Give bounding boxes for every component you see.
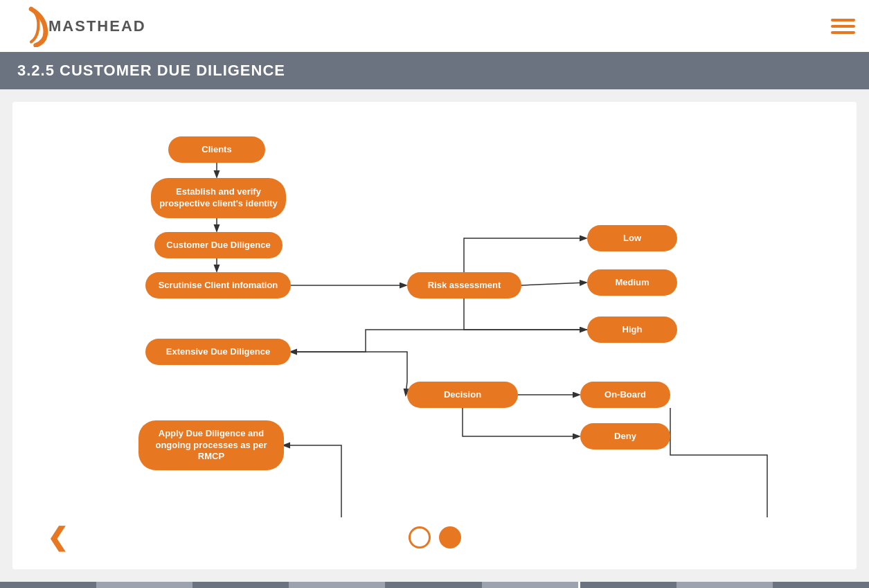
deny-label: Deny [614,431,636,443]
high-label: High [622,324,643,336]
page-title: 3.2.5 CUSTOMER DUE DILIGENCE [0,52,869,89]
svg-line-4 [521,283,586,285]
dot-1[interactable] [409,526,431,549]
bar-seg-8 [677,582,773,588]
low-label: Low [623,233,641,244]
dot-2[interactable] [439,526,461,549]
bottom-color-bar [0,582,869,588]
apply-label: Apply Due Diligence and ongoing processe… [147,428,276,463]
logo-area: MASTHEAD [14,6,146,47]
pagination-dots [409,526,461,549]
node-clients: Clients [168,136,265,163]
establish-label: Establish and verify prospective client'… [159,186,278,210]
bar-seg-6 [482,582,578,588]
node-onboard: On-Board [580,382,670,408]
node-customer-due-diligence: Customer Due Diligence [154,232,283,258]
node-scrutinise: Scrutinise Client infomation [145,272,291,299]
bar-seg-2 [96,582,192,588]
node-risk-assessment: Risk assessment [407,272,521,299]
node-extensive: Extensive Due Diligence [145,339,291,365]
clients-label: Clients [201,144,231,156]
onboard-label: On-Board [604,389,646,401]
logo-icon [14,6,48,47]
bar-seg-5 [385,582,481,588]
node-high: High [587,317,677,343]
header: MASTHEAD [0,0,869,52]
logo-text: MASTHEAD [48,17,146,35]
title-text: 3.2.5 CUSTOMER DUE DILIGENCE [17,62,285,79]
bar-seg-4 [289,582,385,588]
node-establish: Establish and verify prospective client'… [151,178,286,218]
prev-button[interactable]: ❮ [47,523,68,552]
flowchart: Clients Establish and verify prospective… [33,116,836,517]
node-deny: Deny [580,423,670,449]
node-low: Low [587,225,677,251]
navigation-area: ❮ [33,517,836,562]
decision-label: Decision [444,389,481,401]
scrutinise-label: Scrutinise Client infomation [159,280,278,292]
bar-seg-9 [773,582,869,588]
medium-label: Medium [615,277,649,289]
extensive-label: Extensive Due Diligence [166,346,270,358]
risk-label: Risk assessment [428,280,501,292]
main-card: Clients Establish and verify prospective… [12,102,857,569]
node-apply: Apply Due Diligence and ongoing processe… [138,420,284,470]
node-medium: Medium [587,269,677,296]
bar-seg-1 [0,582,96,588]
hamburger-menu-button[interactable] [831,19,855,34]
node-decision: Decision [407,382,518,408]
bar-seg-3 [192,582,289,588]
cdd-label: Customer Due Diligence [166,240,270,251]
bar-seg-7 [580,582,677,588]
